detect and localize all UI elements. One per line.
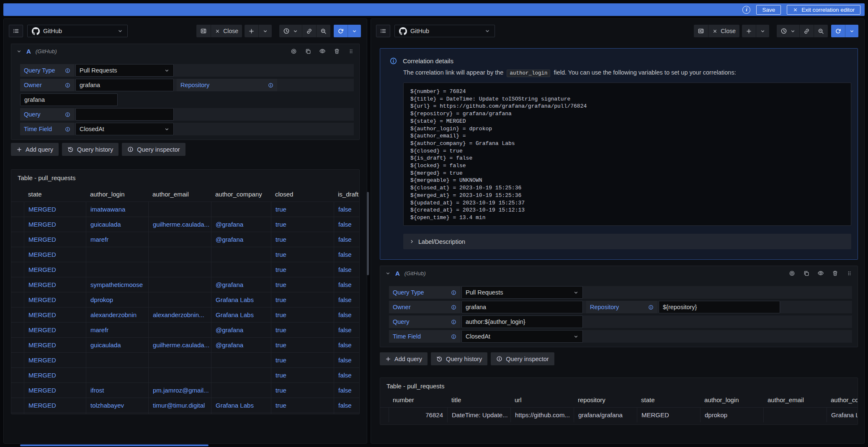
query-history-button[interactable]: Query history [431,352,487,365]
column-header[interactable]: author_login [86,186,148,202]
column-header[interactable]: repository [574,392,637,407]
cell-author-email[interactable] [148,262,211,277]
column-header[interactable]: author_email [763,392,827,407]
column-header[interactable]: number [389,392,447,407]
refresh-button[interactable] [334,25,348,37]
info-icon[interactable] [65,68,70,73]
cell-closed[interactable]: true [271,277,334,292]
cell-closed[interactable]: true [271,217,334,232]
cell-author-login[interactable]: alexanderzobnin [86,307,148,322]
cell-author-login[interactable]: marefr [86,323,148,337]
cell-author-email[interactable] [148,277,211,292]
datasource-picker[interactable]: GitHub [27,25,128,37]
disable-query-icon[interactable] [291,48,297,54]
info-icon[interactable] [65,112,70,117]
datasource-picker[interactable]: GitHub [394,25,495,37]
cell-state[interactable]: MERGED [24,217,86,232]
cell-author-login[interactable] [86,368,148,382]
cell-author-email[interactable] [148,413,211,414]
column-header[interactable]: state [637,392,700,407]
cell-author-email[interactable] [148,368,211,382]
close-panel-button[interactable]: Close [211,25,242,37]
cell-is-draft[interactable]: false [334,232,359,247]
link-button[interactable] [302,25,316,37]
cell-author-login[interactable] [86,353,148,367]
drag-handle-icon[interactable] [348,48,354,54]
cell-author-company[interactable]: @grafana [211,217,271,232]
cell-is-draft[interactable]: false [334,307,359,322]
cell-author-company[interactable] [211,262,271,277]
query-row-header[interactable]: A (GitHub) [11,44,359,58]
time-range-button[interactable] [279,25,302,37]
cell-author-company[interactable] [211,383,271,398]
cell-closed[interactable]: true [271,323,334,337]
cell-author-email[interactable] [148,247,211,262]
time-field-select[interactable]: ClosedAt [461,330,583,343]
save-button[interactable]: Save [756,5,781,15]
disable-query-icon[interactable] [789,270,795,276]
cell-closed[interactable]: true [271,338,334,352]
refresh-interval-button[interactable] [348,25,361,37]
add-dropdown-button[interactable] [258,25,272,37]
column-header[interactable]: author_company [827,392,858,407]
info-icon[interactable] [65,83,70,88]
split-panel-button[interactable] [694,25,708,37]
cell-closed[interactable]: true [271,247,334,262]
cell-state[interactable]: MERGED [24,232,86,247]
cell-author-login[interactable]: guicaulada [86,338,148,352]
cell-closed[interactable]: true [271,262,334,277]
cell-closed[interactable]: true [271,368,334,382]
cell-author-company[interactable] [211,413,271,414]
add-button[interactable] [245,25,258,37]
label-description-collapse[interactable]: Label/Description [403,234,851,249]
column-header[interactable]: state [24,186,86,202]
close-panel-button[interactable]: Close [708,25,739,37]
info-icon[interactable] [648,305,654,310]
cell-state[interactable]: MERGED [24,262,86,277]
trash-icon[interactable] [832,270,838,276]
info-icon[interactable] [451,305,456,310]
cell-is-draft[interactable]: false [334,368,359,382]
cell-is-draft[interactable]: false [334,217,359,232]
cell-is-draft[interactable]: false [334,383,359,398]
cell-author-company[interactable]: @grafana [211,277,271,292]
cell-is-draft[interactable]: false [334,353,359,367]
cell-author-company[interactable] [211,247,271,262]
eye-icon[interactable] [319,48,326,54]
duplicate-query-icon[interactable] [305,48,311,54]
zoom-out-button[interactable] [316,25,330,37]
trash-icon[interactable] [334,48,340,54]
cell-state[interactable]: MERGED [24,353,86,367]
cell-author-email[interactable]: guilherme.caulada... [148,338,211,352]
info-icon[interactable] [451,334,456,339]
cell-author-email[interactable] [148,353,211,367]
add-button[interactable] [742,25,756,37]
cell-is-draft[interactable]: false [334,398,359,413]
eye-icon[interactable] [817,270,824,276]
cell-is-draft[interactable]: false [334,292,359,307]
vertical-scrollbar[interactable] [367,192,369,275]
cell-state[interactable] [24,413,86,414]
query-input[interactable] [75,108,174,121]
cell-state[interactable]: MERGED [24,368,86,382]
query-row-header[interactable]: A (GitHub) [380,266,858,280]
cell-state[interactable]: MERGED [24,398,86,413]
column-header[interactable]: author_company [211,186,271,202]
cell-author-login[interactable]: sympatheticmoose [86,277,148,292]
query-history-button[interactable]: Query history [62,143,118,156]
cell-is-draft[interactable]: false [334,338,359,352]
cell-author-email[interactable] [148,202,211,217]
column-header[interactable]: author_login [700,392,763,407]
cell-closed[interactable]: true [271,292,334,307]
query-type-select[interactable]: Pull Requests [461,286,583,299]
cell-is-draft[interactable]: false [334,277,359,292]
column-header[interactable]: is_draft [334,186,359,202]
column-header[interactable]: url [510,392,574,407]
cell-author-login[interactable]: marefr [86,232,148,247]
cell-author-login[interactable] [86,247,148,262]
query-inspector-button[interactable]: Query inspector [491,352,554,365]
panel-list-button[interactable] [9,25,23,37]
cell-author-email[interactable] [148,232,211,247]
cell-state[interactable]: MERGED [24,323,86,337]
cell-author-login[interactable]: guicaulada [86,217,148,232]
